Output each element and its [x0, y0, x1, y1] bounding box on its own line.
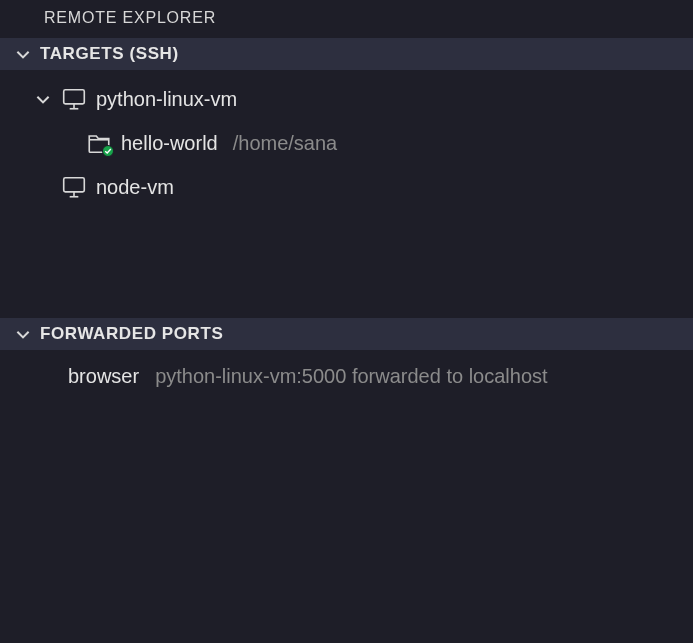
- ports-section-header[interactable]: FORWARDED PORTS: [0, 318, 693, 350]
- svg-point-3: [103, 146, 114, 157]
- chevron-down-icon: [34, 90, 52, 108]
- chevron-placeholder: [34, 178, 52, 196]
- targets-section-label: TARGETS (SSH): [40, 44, 179, 64]
- panel-title: REMOTE EXPLORER: [0, 0, 693, 38]
- ssh-host-item[interactable]: python-linux-vm: [0, 77, 693, 121]
- forwarded-port-item[interactable]: browser python-linux-vm:5000 forwarded t…: [0, 354, 693, 398]
- port-detail-label: python-linux-vm:5000 forwarded to localh…: [155, 365, 547, 388]
- monitor-icon: [61, 174, 87, 200]
- svg-rect-4: [64, 178, 85, 192]
- ssh-host-item[interactable]: node-vm: [0, 165, 693, 209]
- folder-path-label: /home/sana: [233, 132, 338, 155]
- ports-section-label: FORWARDED PORTS: [40, 324, 223, 344]
- svg-rect-0: [64, 90, 85, 104]
- chevron-down-icon: [14, 45, 32, 63]
- port-name-label: browser: [68, 365, 139, 388]
- remote-explorer-panel: REMOTE EXPLORER TARGETS (SSH) python-lin…: [0, 0, 693, 643]
- targets-tree: python-linux-vm hello-world /home/sana n…: [0, 70, 693, 318]
- remote-folder-item[interactable]: hello-world /home/sana: [0, 121, 693, 165]
- folder-active-icon: [86, 130, 112, 156]
- folder-name-label: hello-world: [121, 132, 218, 155]
- chevron-down-icon: [14, 325, 32, 343]
- monitor-icon: [61, 86, 87, 112]
- host-name-label: python-linux-vm: [96, 88, 237, 111]
- targets-section-header[interactable]: TARGETS (SSH): [0, 38, 693, 70]
- host-name-label: node-vm: [96, 176, 174, 199]
- ports-list: browser python-linux-vm:5000 forwarded t…: [0, 350, 693, 643]
